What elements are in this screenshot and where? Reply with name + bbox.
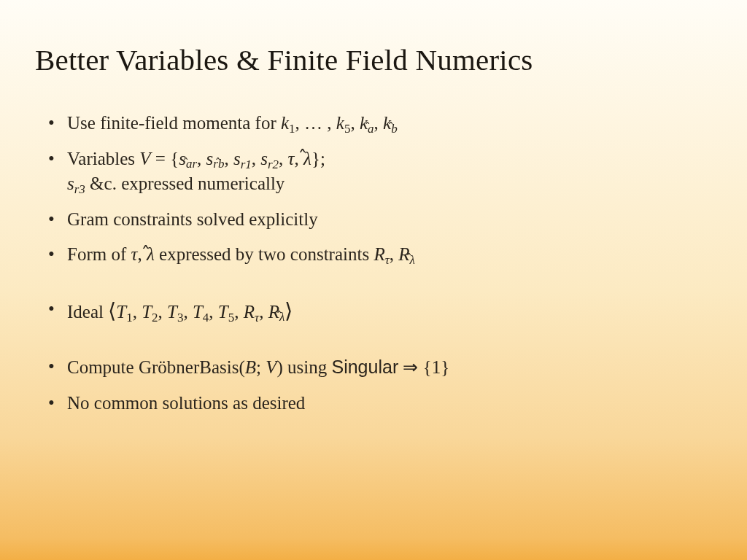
- comma: ,: [279, 149, 288, 168]
- math-k: k: [383, 113, 391, 133]
- bullet-4-pre: Form of: [67, 244, 131, 264]
- comma: ,: [350, 113, 360, 133]
- sub-2: 2: [152, 310, 158, 324]
- comma: ,: [133, 302, 142, 322]
- comma: ,: [137, 244, 147, 264]
- rbrace: }: [311, 149, 320, 168]
- bullet-3: Gram constraints solved explicitly: [67, 207, 712, 233]
- comma: ,: [158, 302, 168, 322]
- math-lambdahat: λ: [303, 147, 311, 172]
- sub-1: 1: [126, 310, 133, 324]
- math-R: R: [244, 302, 255, 322]
- math-tau: τ: [288, 149, 295, 168]
- rangle: ⟩: [285, 299, 293, 322]
- slide-title: Better Variables & Finite Field Numerics: [35, 42, 712, 77]
- math-s: s: [260, 149, 268, 168]
- bullet-4: Form of τ, λ expressed by two constraint…: [67, 242, 712, 268]
- comma: ,: [224, 149, 233, 168]
- sub-r2: r2: [268, 157, 279, 171]
- math-T: T: [193, 302, 203, 322]
- bullet-list: Use finite-field momenta for k1, … , k5,…: [35, 111, 712, 416]
- math-R: R: [268, 302, 279, 322]
- bullet-5: Ideal ⟨T1, T2, T3, T4, T5, Rτ, Rλ⟩: [67, 297, 712, 326]
- comma: ,: [295, 149, 304, 168]
- bullet-7: No common solutions as desired: [67, 391, 712, 416]
- sub-1: 1: [289, 122, 295, 136]
- sub-r1: r1: [241, 157, 252, 171]
- math-T: T: [116, 302, 126, 322]
- sub-r: r: [213, 157, 218, 171]
- math-R: R: [398, 244, 409, 264]
- bullet-6: Compute GröbnerBasis(B; V) using Singula…: [67, 354, 712, 381]
- sub-r3: r3: [74, 182, 85, 196]
- bullet-5-pre: Ideal: [67, 302, 108, 322]
- math-V: V: [139, 149, 150, 168]
- comma: ,: [374, 113, 384, 133]
- math-T: T: [142, 302, 152, 322]
- semicolon: ;: [256, 357, 266, 377]
- comma: ,: [295, 113, 305, 133]
- math-R: R: [374, 244, 384, 264]
- math-V: V: [266, 357, 276, 377]
- eq: =: [151, 149, 171, 168]
- math-k: k: [360, 113, 368, 133]
- bullet-2-text: Variables: [67, 149, 139, 168]
- bullet-2: Variables V = {sar, srb, sr1, sr2, τ, λ}…: [67, 147, 712, 197]
- math-k: k: [336, 113, 344, 133]
- comma: ,: [197, 149, 206, 168]
- comma: ,: [259, 302, 268, 322]
- math-s: s: [206, 149, 214, 168]
- comma: ,: [234, 302, 244, 322]
- dots: …: [304, 113, 327, 133]
- comma: ,: [252, 149, 261, 168]
- bullet-1-text: Use finite-field momenta for: [67, 113, 281, 133]
- sub-5: 5: [228, 310, 235, 324]
- comma: ,: [209, 302, 218, 322]
- singular-label: Singular: [331, 357, 398, 377]
- math-s: s: [179, 149, 186, 168]
- math-T: T: [167, 302, 177, 322]
- comma: ,: [390, 244, 399, 264]
- math-T: T: [218, 302, 228, 322]
- math-lambdahat: λ: [147, 242, 155, 268]
- math-s: s: [233, 149, 241, 168]
- langle: ⟨: [108, 299, 116, 322]
- math-k: k: [281, 113, 289, 133]
- comma: ,: [183, 302, 193, 322]
- math-B: B: [245, 357, 256, 377]
- semicolon: ;: [320, 149, 325, 168]
- bullet-6-post: ⇒ {1}: [398, 357, 449, 377]
- bullet-6-pre: Compute GröbnerBasis(: [67, 357, 245, 377]
- bullet-2-post: &c. expressed numerically: [85, 174, 285, 193]
- bullet-1: Use finite-field momenta for k1, … , k5,…: [67, 111, 712, 136]
- comma: ,: [327, 113, 336, 133]
- math-s: s: [67, 174, 74, 193]
- bullet-6-mid: ) using: [276, 357, 331, 377]
- bullet-4-mid: expressed by two constraints: [155, 244, 374, 264]
- lbrace: {: [170, 149, 179, 168]
